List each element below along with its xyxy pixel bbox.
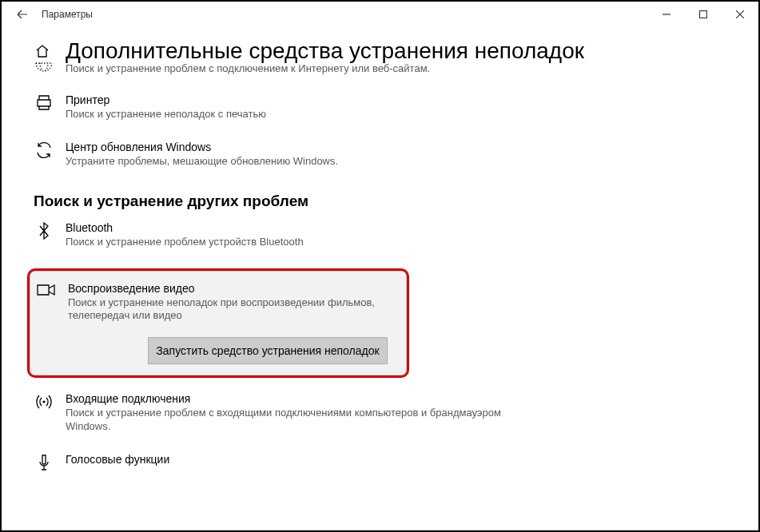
item-title: Голосовые функции: [66, 453, 545, 466]
section-heading-other: Поиск и устранение других проблем: [34, 193, 726, 210]
item-update[interactable]: Центр обновления Windows Устраните пробл…: [34, 141, 545, 169]
home-icon[interactable]: [34, 42, 51, 60]
svg-point-1: [42, 401, 45, 403]
page-title: Дополнительные средства устранения непол…: [66, 38, 584, 64]
item-video-highlight: Воспроизведение видео Поиск и устранение…: [27, 268, 409, 379]
item-desc: Поиск и устранение проблем с входящими п…: [66, 407, 545, 434]
microphone-icon: [34, 453, 54, 472]
item-video[interactable]: Воспроизведение видео Поиск и устранение…: [36, 282, 396, 324]
item-bluetooth[interactable]: Bluetooth Поиск и устранение проблем уст…: [34, 221, 545, 249]
item-desc: Поиск и устранение неполадок при воспрои…: [68, 296, 396, 324]
window-controls: [648, 2, 758, 27]
back-button[interactable]: [14, 6, 30, 22]
item-desc: Поиск и устранение неполадок с печатью: [66, 108, 545, 121]
item-desc: Поиск и устранение проблем устройств Blu…: [66, 236, 545, 249]
svg-rect-0: [700, 11, 707, 18]
item-title: Bluetooth: [66, 221, 545, 234]
item-voice[interactable]: Голосовые функции: [34, 453, 545, 472]
titlebar: Параметры: [2, 2, 758, 27]
item-incoming[interactable]: Входящие подключения Поиск и устранение …: [34, 392, 545, 434]
signal-icon: [34, 392, 54, 411]
item-desc: Устраните проблемы, мешающие обновлению …: [66, 155, 545, 169]
close-button[interactable]: [722, 2, 758, 27]
item-internet[interactable]: Поиск и устранение проблем с подключение…: [34, 64, 545, 76]
window-title: Параметры: [42, 9, 93, 20]
item-title: Входящие подключения: [66, 392, 545, 405]
printer-icon: [34, 93, 54, 113]
page-header: Дополнительные средства устранения непол…: [34, 38, 726, 64]
content-area: Дополнительные средства устранения непол…: [2, 38, 758, 472]
item-printer[interactable]: Принтер Поиск и устранение неполадок с п…: [34, 93, 545, 121]
bluetooth-icon: [34, 221, 54, 240]
item-title: Центр обновления Windows: [66, 141, 545, 153]
item-title: Принтер: [66, 93, 545, 106]
globe-icon: [34, 62, 54, 72]
video-icon: [36, 282, 57, 298]
maximize-button[interactable]: [685, 2, 722, 27]
item-title: Воспроизведение видео: [68, 282, 396, 295]
minimize-button[interactable]: [648, 2, 685, 27]
run-troubleshooter-button[interactable]: Запустить средство устранения неполадок: [148, 337, 388, 364]
refresh-icon: [34, 141, 54, 160]
item-desc: Поиск и устранение проблем с подключение…: [66, 62, 545, 76]
